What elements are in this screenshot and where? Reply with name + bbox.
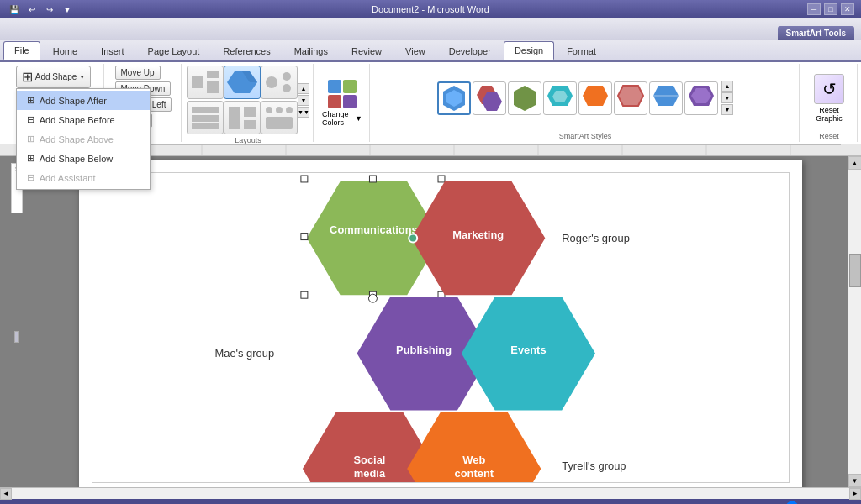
svg-rect-11 bbox=[192, 123, 219, 129]
add-shape-button[interactable]: ⊞ Add Shape ▼ bbox=[16, 66, 91, 88]
svg-rect-14 bbox=[244, 120, 256, 129]
redo-quick-btn[interactable]: ↪ bbox=[42, 2, 57, 17]
h-scroll-left-btn[interactable]: ◄ bbox=[0, 488, 12, 500]
scroll-down-btn[interactable]: ▼ bbox=[848, 474, 862, 487]
svg-rect-13 bbox=[244, 107, 256, 117]
dropdown-item-add-shape-after[interactable]: ⊞ Add Shape After bbox=[17, 91, 150, 110]
reset-content: ↺ ResetGraphic bbox=[805, 66, 853, 130]
tab-mailings[interactable]: Mailings bbox=[283, 42, 339, 60]
reset-icon: ↺ bbox=[814, 74, 844, 104]
svg-rect-12 bbox=[229, 107, 240, 129]
svg-rect-1 bbox=[207, 71, 219, 78]
hex-communications-label: Communications bbox=[330, 223, 418, 236]
h-scroll-track[interactable] bbox=[12, 488, 849, 499]
styles-scroll-more[interactable]: ▼ bbox=[721, 104, 733, 115]
save-quick-btn[interactable]: 💾 bbox=[7, 2, 22, 17]
layouts-group-label: Layouts bbox=[235, 134, 261, 144]
handle-tr[interactable] bbox=[438, 176, 445, 182]
hex-social-media-label: Social bbox=[353, 454, 385, 466]
add-shape-after-icon: ⊞ bbox=[27, 95, 34, 106]
tab-file[interactable]: File bbox=[3, 41, 40, 60]
handle-bl[interactable] bbox=[301, 291, 308, 298]
scroll-track[interactable] bbox=[848, 170, 861, 474]
layout-option-1[interactable] bbox=[187, 66, 224, 99]
tab-format[interactable]: Format bbox=[556, 42, 607, 60]
color-grid bbox=[326, 78, 358, 110]
reset-group-label: Reset bbox=[819, 130, 839, 140]
tab-insert[interactable]: Insert bbox=[90, 42, 135, 60]
dropdown-item-add-shape-below[interactable]: ⊞ Add Shape Below bbox=[17, 149, 150, 168]
layout-option-6[interactable] bbox=[261, 101, 298, 134]
smartart-styles-group: ▲ ▼ ▼ SmartArt Styles bbox=[372, 64, 800, 142]
layout-scroll-more[interactable]: ▼▼ bbox=[298, 107, 309, 118]
style-item-2[interactable] bbox=[473, 81, 506, 115]
layout-scroll-down[interactable]: ▼ bbox=[298, 95, 309, 106]
add-shape-dropdown-arrow: ▼ bbox=[79, 74, 85, 80]
tab-page-layout[interactable]: Page Layout bbox=[137, 42, 211, 60]
tab-references[interactable]: References bbox=[212, 42, 281, 60]
document-page: Communications bbox=[79, 160, 802, 487]
scroll-thumb[interactable] bbox=[849, 254, 861, 287]
style-item-8[interactable] bbox=[684, 81, 718, 115]
layout-option-4[interactable] bbox=[187, 101, 224, 134]
smartart-container[interactable]: Communications bbox=[92, 172, 790, 483]
layout-option-3[interactable] bbox=[261, 66, 298, 99]
tab-home[interactable]: Home bbox=[42, 42, 88, 60]
document-area: Communications bbox=[34, 156, 848, 487]
svg-rect-9 bbox=[192, 107, 219, 113]
layout-scroll-up[interactable]: ▲ bbox=[298, 83, 309, 94]
window-title: Document2 - Microsoft Word bbox=[372, 4, 489, 14]
svg-rect-0 bbox=[192, 76, 203, 88]
layout-option-5[interactable] bbox=[224, 101, 261, 134]
color-swatch-2 bbox=[343, 80, 357, 93]
add-assistant-label: Add Assistant bbox=[40, 173, 96, 183]
status-bar: Page: 3 of 3 Words: 1 ⊡ ⊟ ⊞ - + 120% bbox=[0, 499, 861, 504]
style-item-5[interactable] bbox=[578, 81, 612, 115]
minimize-btn[interactable]: ─ bbox=[807, 3, 821, 15]
handle-bottom[interactable] bbox=[368, 294, 377, 302]
change-colors-button[interactable]: Change Colors ▼ bbox=[319, 75, 366, 130]
style-item-6[interactable] bbox=[614, 81, 647, 115]
close-btn[interactable]: ✕ bbox=[841, 3, 854, 15]
tab-review[interactable]: Review bbox=[341, 42, 393, 60]
change-colors-label: Change Colors bbox=[322, 110, 353, 127]
tyrells-group-text: Tyrell's group bbox=[562, 459, 626, 472]
add-assistant-icon: ⊟ bbox=[27, 172, 34, 183]
layout-option-2[interactable] bbox=[224, 66, 261, 99]
style-item-1[interactable] bbox=[437, 81, 471, 115]
handle-tl[interactable] bbox=[301, 176, 308, 182]
rogers-group-text: Roger's group bbox=[562, 232, 630, 244]
dropdown-item-add-shape-before[interactable]: ⊟ Add Shape Before bbox=[17, 110, 150, 129]
h-scroll-right-btn[interactable]: ► bbox=[849, 488, 861, 500]
change-colors-label-row: Change Colors ▼ bbox=[322, 110, 362, 127]
reset-graphic-button[interactable]: ↺ ResetGraphic bbox=[808, 71, 850, 126]
add-shape-before-icon: ⊟ bbox=[27, 114, 34, 125]
tab-view[interactable]: View bbox=[394, 42, 436, 60]
maximize-btn[interactable]: □ bbox=[824, 3, 837, 15]
add-shape-below-label: Add Shape Below bbox=[40, 154, 113, 164]
handle-tc[interactable] bbox=[369, 176, 376, 182]
style-item-3[interactable] bbox=[508, 81, 541, 115]
add-shape-label: Add Shape bbox=[35, 72, 77, 81]
styles-scroll-down[interactable]: ▼ bbox=[721, 92, 733, 103]
style-item-4[interactable] bbox=[543, 81, 577, 115]
hex-publishing-label: Publishing bbox=[396, 344, 452, 356]
style-item-7[interactable] bbox=[649, 81, 683, 115]
undo-quick-btn[interactable]: ↩ bbox=[24, 2, 40, 17]
create-graphic-group: ⊞ Add Shape ▼ ⊞ Add Shape After ⊟ Add Sh… bbox=[3, 64, 104, 142]
scroll-up-btn[interactable]: ▲ bbox=[848, 156, 862, 170]
zoom-slider[interactable] bbox=[754, 501, 821, 504]
section-collapse[interactable] bbox=[14, 331, 19, 343]
add-shape-above-label: Add Shape Above bbox=[40, 134, 114, 144]
move-up-button[interactable]: Move Up bbox=[115, 66, 161, 80]
tab-design[interactable]: Design bbox=[504, 41, 554, 60]
svg-marker-27 bbox=[583, 86, 608, 106]
connector-dot-1 bbox=[409, 234, 417, 243]
customize-quick-btn[interactable]: ▼ bbox=[60, 2, 75, 17]
styles-scroll-up[interactable]: ▲ bbox=[721, 81, 733, 92]
title-bar: 💾 ↩ ↪ ▼ Document2 - Microsoft Word ─ □ ✕ bbox=[0, 0, 861, 18]
handle-ml[interactable] bbox=[301, 234, 308, 240]
tab-developer[interactable]: Developer bbox=[438, 42, 502, 60]
svg-rect-34 bbox=[34, 144, 841, 156]
add-shape-wrapper: ⊞ Add Shape ▼ ⊞ Add Shape After ⊟ Add Sh… bbox=[16, 66, 91, 88]
